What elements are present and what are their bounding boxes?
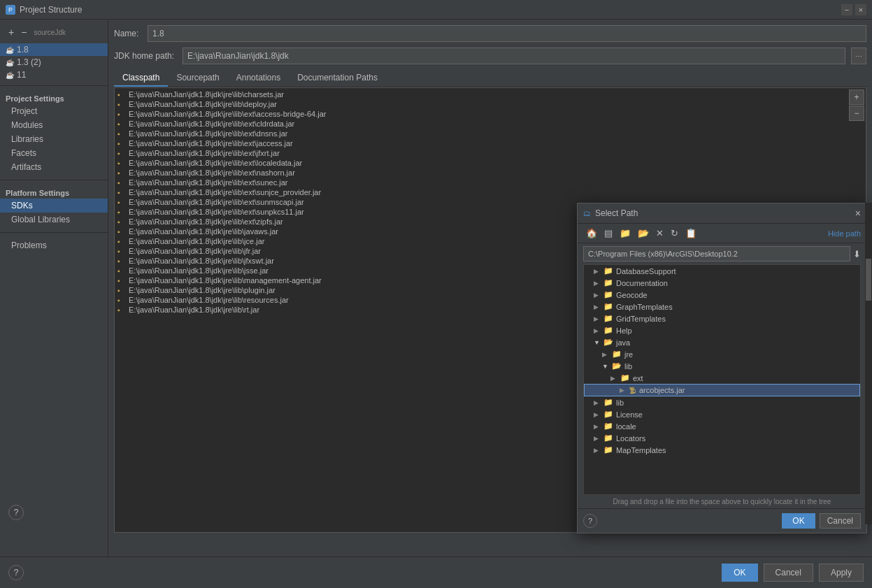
sidebar-item-artifacts[interactable]: Artifacts	[0, 160, 108, 174]
jar-icon: 🗜	[629, 387, 636, 394]
tree-item-lib-java[interactable]: ▼ 📂 lib	[584, 360, 860, 372]
bottom-bar: ? OK Cancel Apply	[0, 557, 872, 588]
tab-documentation-paths[interactable]: Documentation Paths	[289, 70, 386, 87]
modal-download-button[interactable]: ⬇	[853, 249, 861, 259]
jar-icon: ▪	[117, 110, 126, 118]
help-button[interactable]: ?	[8, 565, 24, 580]
tree-item-documentation[interactable]: ▶ 📁 Documentation	[584, 277, 860, 289]
app-icon: P	[6, 5, 15, 15]
tab-classpath[interactable]: Classpath	[114, 70, 168, 87]
tree-item-ext[interactable]: ▶ 📁 ext	[584, 372, 860, 384]
jar-icon: ▪	[117, 277, 126, 285]
tree-arrow: ▶	[594, 423, 602, 430]
modal-help-button[interactable]: ?	[583, 514, 597, 528]
tree-item-gridtemplates[interactable]: ▶ 📁 GridTemplates	[584, 313, 860, 324]
divider-3	[0, 232, 108, 233]
folder-icon: 📁	[603, 266, 613, 275]
modal-ok-button[interactable]: OK	[782, 513, 815, 529]
sidebar: + − sourceJdk ☕ 1.8 ☕ 1.3 (2) ☕ 11	[0, 20, 108, 557]
folder-icon: 📁	[603, 314, 613, 323]
modal-refresh-button[interactable]: ↻	[668, 227, 681, 240]
jar-icon: ▪	[117, 257, 126, 265]
modal-list-button[interactable]: ▤	[601, 227, 615, 240]
folder-icon: 📁	[603, 398, 613, 407]
ok-button[interactable]: OK	[722, 564, 757, 582]
modal-cancel-button[interactable]: Cancel	[820, 513, 861, 529]
tree-arrow: ▶	[594, 447, 602, 454]
tab-sourcepath[interactable]: Sourcepath	[168, 70, 227, 87]
jar-icon: ▪	[117, 267, 126, 275]
tree-item-databasesupport[interactable]: ▶ 📁 DatabaseSupport	[584, 265, 860, 277]
sdk-icon-1.8: ☕	[6, 46, 14, 54]
tree-item-locators[interactable]: ▶ 📁 Locators	[584, 432, 860, 444]
remove-sdk-button[interactable]: −	[18, 25, 29, 39]
modal-path-input[interactable]	[583, 246, 850, 261]
sidebar-help-button[interactable]: ?	[8, 505, 24, 520]
tree-arrow: ▶	[594, 327, 602, 334]
close-button[interactable]: ×	[855, 4, 866, 15]
modal-copy-button[interactable]: 📋	[682, 227, 699, 240]
tree-arrow: ▶	[594, 268, 602, 275]
sdk-item-11[interactable]: ☕ 11	[0, 69, 108, 81]
modal-title-icon: 🗂	[583, 209, 591, 217]
classpath-add-button[interactable]: +	[849, 89, 864, 105]
window-title: Project Structure	[20, 5, 82, 15]
apply-button[interactable]: Apply	[819, 564, 864, 582]
sidebar-item-project[interactable]: Project	[0, 104, 108, 118]
tree-item-maptemplates[interactable]: ▶ 📁 MapTemplates	[584, 444, 860, 456]
modal-title-text: Select Path	[595, 208, 638, 218]
tree-item-lib-top[interactable]: ▶ 📁 lib	[584, 396, 860, 408]
modal-close-button[interactable]: ×	[855, 208, 861, 219]
name-input[interactable]	[148, 25, 866, 42]
folder-icon: 📁	[603, 433, 613, 443]
sidebar-item-global-libraries[interactable]: Global Libraries	[0, 213, 108, 227]
sdk-label-11: 11	[17, 70, 26, 80]
sidebar-item-facets[interactable]: Facets	[0, 146, 108, 160]
cp-item-jaccess: ▪E:\java\RuanJian\jdk1.8\jdk\jre\lib\ext…	[116, 138, 849, 148]
tree-item-arcobjects-jar[interactable]: ▶ 🗜 arcobjects.jar	[584, 384, 860, 396]
tree-item-geocode[interactable]: ▶ 📁 Geocode	[584, 289, 860, 301]
sdk-item-1.3[interactable]: ☕ 1.3 (2)	[0, 56, 108, 69]
jar-icon: ▪	[117, 296, 126, 304]
hide-path-button[interactable]: Hide path	[828, 229, 861, 238]
cancel-button[interactable]: Cancel	[764, 564, 813, 582]
tree-item-help[interactable]: ▶ 📁 Help	[584, 324, 860, 336]
modal-delete-button[interactable]: ✕	[653, 227, 666, 240]
sidebar-item-sdks[interactable]: SDKs	[0, 199, 108, 213]
classpath-remove-button[interactable]: −	[849, 106, 864, 121]
tab-annotations[interactable]: Annotations	[228, 70, 289, 87]
sidebar-item-problems[interactable]: Problems	[0, 238, 108, 252]
cp-item-charsets: ▪E:\java\RuanJian\jdk1.8\jdk\jre\lib\cha…	[116, 89, 849, 99]
sidebar-item-modules[interactable]: Modules	[0, 118, 108, 132]
platform-settings-section: Platform Settings SDKs Global Libraries	[0, 183, 108, 229]
folder-icon: 📁	[603, 410, 613, 419]
title-bar: P Project Structure − ×	[0, 0, 872, 20]
jdk-browse-button[interactable]: ⋯	[851, 48, 866, 64]
jar-icon: ▪	[117, 199, 126, 206]
tree-item-graphtemplates[interactable]: ▶ 📁 GraphTemplates	[584, 301, 860, 313]
modal-scrollbar-thumb[interactable]	[866, 259, 871, 301]
divider-1	[0, 85, 108, 86]
tree-arrow: ▶	[594, 411, 602, 418]
sidebar-item-libraries[interactable]: Libraries	[0, 132, 108, 146]
minimize-button[interactable]: −	[841, 4, 852, 15]
jar-icon: ▪	[117, 208, 126, 216]
modal-new-folder-button[interactable]: 📁	[617, 227, 634, 240]
jar-icon: ▪	[117, 287, 126, 294]
jar-icon: ▪	[117, 140, 126, 148]
modal-toolbar: 🏠 ▤ 📁 📂 ✕ ↻ 📋 Hide path	[578, 224, 866, 243]
jar-icon: ▪	[117, 159, 126, 167]
modal-open-folder-button[interactable]: 📂	[635, 227, 652, 240]
sdk-item-1.8[interactable]: ☕ 1.8	[0, 43, 108, 56]
cp-item-dnsns: ▪E:\java\RuanJian\jdk1.8\jdk\jre\lib\ext…	[116, 129, 849, 138]
modal-hint: Drag and drop a file into the space abov…	[578, 495, 866, 508]
tree-item-license[interactable]: ▶ 📁 License	[584, 408, 860, 420]
add-sdk-button[interactable]: +	[6, 25, 17, 39]
cp-item-localedata: ▪E:\java\RuanJian\jdk1.8\jdk\jre\lib\ext…	[116, 158, 849, 168]
tree-item-jre[interactable]: ▶ 📁 jre	[584, 348, 860, 360]
tree-item-java[interactable]: ▼ 📂 java	[584, 336, 860, 348]
sdk-label-1.8: 1.8	[17, 45, 29, 55]
jdk-path-input[interactable]	[183, 48, 845, 64]
tree-item-locale[interactable]: ▶ 📁 locale	[584, 420, 860, 432]
modal-home-button[interactable]: 🏠	[583, 227, 600, 240]
